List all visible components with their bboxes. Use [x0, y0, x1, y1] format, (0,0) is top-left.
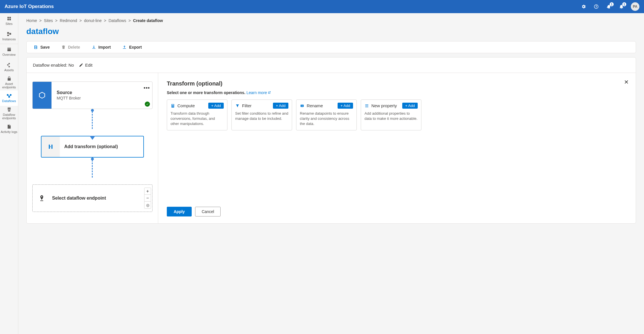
toolbar: Save Delete Import Export [26, 41, 636, 53]
sidebar-item-overview[interactable]: Overview [0, 44, 18, 59]
sidebar-item-label: Activity logs [1, 130, 17, 134]
source-node[interactable]: ••• Source MQTT Broker [32, 81, 152, 109]
export-button[interactable]: Export [122, 45, 142, 49]
top-bar: Azure IoT Operations 1 1 PA [0, 0, 644, 13]
sidebar-item-asset-endpoints[interactable]: Asset endpoints [0, 75, 18, 90]
sidebar: Sites Instances Overview Assets Asset en… [0, 13, 18, 334]
breadcrumb-link[interactable]: donut-line [84, 18, 102, 23]
notification-badge: 1 [610, 2, 614, 6]
zoom-out-button[interactable]: − [144, 195, 151, 202]
add-rename-button[interactable]: + Add [338, 103, 353, 109]
op-desc: Add additional properties to data to mak… [364, 111, 418, 121]
zoom-controls: + − ◎ [144, 188, 151, 209]
apply-button[interactable]: Apply [167, 207, 192, 216]
save-button[interactable]: Save [33, 45, 50, 49]
sidebar-item-dataflows[interactable]: Dataflows [0, 90, 18, 106]
sidebar-item-label: Dataflows [2, 99, 16, 103]
sidebar-item-label: Instances [2, 37, 16, 41]
op-name: New property [371, 103, 397, 108]
breadcrumb-link[interactable]: Redmond [60, 18, 77, 23]
delete-button: Delete [61, 45, 80, 49]
more-icon[interactable]: ••• [144, 85, 150, 91]
sidebar-item-label: Assets [4, 68, 14, 72]
source-title: Source [57, 90, 147, 95]
sidebar-item-instances[interactable]: Instances [0, 29, 18, 44]
breadcrumb: Home> Sites> Redmond> donut-line> Datafl… [26, 18, 636, 23]
sidebar-item-activity-logs[interactable]: Activity logs [0, 121, 18, 137]
detail-hint: Select one or more transform operations.… [167, 90, 627, 95]
detail-panel: ✕ Transform (optional) Select one or mor… [158, 73, 636, 223]
sidebar-item-assets[interactable]: Assets [0, 59, 18, 75]
op-name: Compute [177, 103, 195, 108]
endpoint-icon [33, 195, 51, 202]
op-card-rename: Rename + Add Rename datapoints to ensure… [296, 100, 357, 130]
check-icon [145, 102, 150, 107]
close-icon[interactable]: ✕ [624, 79, 629, 86]
breadcrumb-current: Create dataflow [133, 18, 163, 23]
avatar[interactable]: PA [631, 2, 639, 11]
sidebar-item-label: Overview [3, 53, 16, 56]
cube-icon [33, 82, 51, 109]
app-title: Azure IoT Operations [5, 4, 54, 9]
endpoint-label: Select dataflow endpoint [51, 196, 152, 201]
detail-title: Transform (optional) [167, 80, 627, 87]
page-title: dataflow [26, 27, 636, 36]
op-desc: Transform data through conversions, form… [171, 111, 224, 127]
op-name: Rename [307, 103, 323, 108]
op-name: Filter [242, 103, 251, 108]
notification-badge: 1 [622, 2, 626, 6]
cancel-button[interactable]: Cancel [195, 207, 221, 216]
add-filter-button[interactable]: + Add [273, 103, 288, 109]
target-icon[interactable]: ◎ [144, 202, 151, 208]
op-card-new-property: New property + Add Add additional proper… [361, 100, 421, 130]
op-desc: Set filter conditions to refine and mana… [235, 111, 288, 121]
op-card-compute: Compute + Add Transform data through con… [167, 100, 227, 130]
diagnostics-bell-icon[interactable]: 1 [606, 3, 612, 10]
source-subtitle: MQTT Broker [57, 96, 147, 100]
sidebar-item-label: Asset endpoints [0, 82, 18, 89]
breadcrumb-link[interactable]: Home [26, 18, 37, 23]
sidebar-item-dataflow-endpoints[interactable]: Dataflow endpoints [0, 106, 18, 121]
settings-icon[interactable] [580, 3, 587, 10]
work-card: Dataflow enabled: No Edit ••• Source [26, 57, 636, 224]
learn-more-link[interactable]: Learn more [247, 90, 271, 95]
breadcrumb-link[interactable]: Dataflows [108, 18, 126, 23]
endpoint-node[interactable]: Select dataflow endpoint + − ◎ [32, 184, 152, 212]
add-new-property-button[interactable]: + Add [402, 103, 418, 109]
breadcrumb-link[interactable]: Sites [44, 18, 53, 23]
sidebar-item-sites[interactable]: Sites [0, 13, 18, 29]
dataflow-enabled-status: Dataflow enabled: No [33, 63, 74, 67]
zoom-in-button[interactable]: + [144, 188, 151, 195]
sidebar-item-label: Sites [5, 22, 12, 25]
help-icon[interactable] [593, 3, 599, 10]
transform-icon [41, 136, 60, 157]
status-row: Dataflow enabled: No Edit [27, 57, 636, 73]
notifications-bell-icon[interactable]: 1 [618, 3, 625, 10]
op-card-filter: Filter + Add Set filter conditions to re… [231, 100, 292, 130]
sidebar-item-label: Dataflow endpoints [0, 113, 18, 120]
canvas: ••• Source MQTT Broker [27, 73, 158, 223]
import-button[interactable]: Import [92, 45, 111, 49]
op-desc: Rename datapoints to ensure clarity and … [300, 111, 353, 127]
edit-button[interactable]: Edit [79, 63, 92, 67]
transform-label: Add transform (optional) [60, 144, 143, 149]
add-compute-button[interactable]: + Add [208, 103, 224, 109]
